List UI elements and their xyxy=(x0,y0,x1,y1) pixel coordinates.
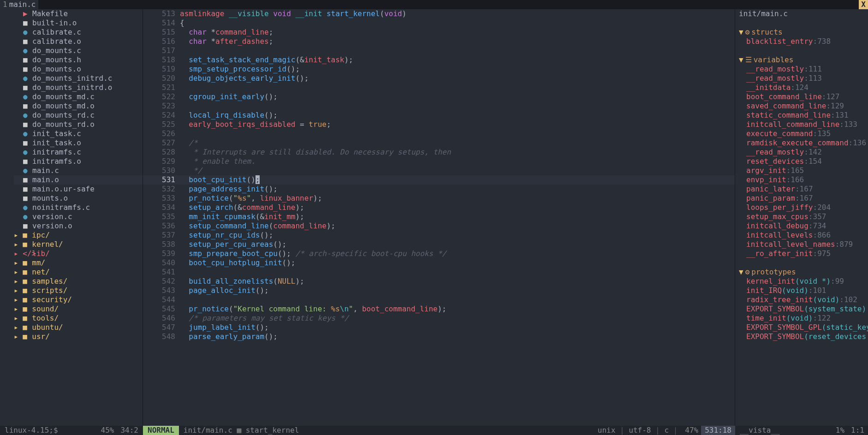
outline-section[interactable]: ▼⚙structs xyxy=(739,28,868,37)
outline-item[interactable]: initcall_levels:866 xyxy=(739,231,868,240)
file-tree-item[interactable]: ■version.o xyxy=(14,221,143,231)
code-line[interactable]: 522 cgroup_init_early(); xyxy=(143,92,735,101)
file-tree-item[interactable]: ■main.o xyxy=(14,175,143,185)
file-tree-item[interactable]: ●init_task.c xyxy=(14,129,143,138)
file-tree[interactable]: ▶Makefile■built-in.o●calibrate.c■calibra… xyxy=(0,9,143,426)
outline-item[interactable]: ramdisk_execute_command:136 xyxy=(739,138,868,148)
outline-item[interactable]: panic_param:167 xyxy=(739,194,868,203)
outline-item[interactable]: execute_command:135 xyxy=(739,129,868,138)
file-tree-item[interactable]: ●noinitramfs.c xyxy=(14,203,143,212)
file-tree-item[interactable]: ▸ ■security/ xyxy=(14,295,143,304)
code-line[interactable]: 513asmlinkage __visible void __init star… xyxy=(143,9,735,18)
outline-item[interactable]: setup_max_cpus:357 xyxy=(739,212,868,221)
file-tree-item[interactable]: ▸ ■scripts/ xyxy=(14,286,143,295)
outline-item[interactable]: initcall_debug:734 xyxy=(739,221,868,231)
outline-item[interactable]: boot_command_line:127 xyxy=(739,92,868,101)
code-line[interactable]: 523 xyxy=(143,101,735,111)
file-tree-item[interactable]: ▸ ■ipc/ xyxy=(14,231,143,240)
code-line[interactable]: 514{ xyxy=(143,18,735,28)
outline-item[interactable]: __read_mostly:111 xyxy=(739,65,868,74)
close-button[interactable]: X xyxy=(859,0,868,9)
outline-section[interactable]: ▼☰variables xyxy=(739,55,868,65)
file-tree-item[interactable]: ▸ ■net/ xyxy=(14,268,143,277)
outline-item[interactable]: argv_init:165 xyxy=(739,166,868,175)
file-tree-item[interactable]: ●initramfs.c xyxy=(14,148,143,157)
code-line[interactable]: 516 char *after_dashes; xyxy=(143,37,735,46)
outline-item[interactable]: EXPORT_SYMBOL(system_state) xyxy=(739,304,868,314)
code-line[interactable]: 515 char *command_line; xyxy=(143,28,735,37)
code-line[interactable]: 519 smp_setup_processor_id(); xyxy=(143,65,735,74)
file-tree-item[interactable]: ▸ </>lib/ xyxy=(14,249,143,258)
code-line[interactable]: 518 set_task_stack_end_magic(&init_task)… xyxy=(143,55,735,65)
code-line[interactable]: 548 parse_early_param(); xyxy=(143,332,735,341)
outline-item[interactable]: EXPORT_SYMBOL(reset_devices xyxy=(739,332,868,341)
file-tree-item[interactable]: ▸ ■tools/ xyxy=(14,314,143,323)
code-line[interactable]: 539 smp_prepare_boot_cpu(); /* arch-spec… xyxy=(143,249,735,258)
outline-panel[interactable]: init/main.c▼⚙structsblacklist_entry:738▼… xyxy=(735,9,868,426)
file-tree-item[interactable]: ■mounts.o xyxy=(14,194,143,203)
file-tree-item[interactable]: ■calibrate.o xyxy=(14,37,143,46)
outline-section[interactable]: ▼⚙prototypes xyxy=(739,268,868,277)
file-tree-item[interactable]: ■do_mounts.h xyxy=(14,55,143,65)
code-line[interactable]: 538 setup_per_cpu_areas(); xyxy=(143,240,735,249)
code-line[interactable]: 520 debug_objects_early_init(); xyxy=(143,74,735,83)
outline-item[interactable]: panic_later:167 xyxy=(739,185,868,194)
code-line[interactable]: 546 /* parameters may set static keys */ xyxy=(143,314,735,323)
code-line[interactable]: 537 setup_nr_cpu_ids(); xyxy=(143,231,735,240)
file-tree-item[interactable]: ●calibrate.c xyxy=(14,28,143,37)
code-line[interactable]: 541 xyxy=(143,268,735,277)
code-line[interactable]: 532 page_address_init(); xyxy=(143,185,735,194)
file-tree-item[interactable]: ●version.c xyxy=(14,212,143,221)
code-line[interactable]: 529 * enable them. xyxy=(143,157,735,166)
outline-item[interactable]: initcall_command_line:133 xyxy=(739,120,868,129)
outline-item[interactable]: envp_init:166 xyxy=(739,175,868,185)
code-line[interactable]: 534 setup_arch(&command_line); xyxy=(143,203,735,212)
file-tree-item[interactable]: ■do_mounts_md.o xyxy=(14,101,143,111)
code-line[interactable]: 521 xyxy=(143,83,735,92)
file-tree-item[interactable]: ●do_mounts_md.c xyxy=(14,92,143,101)
file-tree-item[interactable]: ▸ ■sound/ xyxy=(14,304,143,314)
outline-item[interactable]: time_init(void):122 xyxy=(739,314,868,323)
outline-item[interactable]: radix_tree_init(void):102 xyxy=(739,295,868,304)
file-tree-item[interactable]: ■do_mounts_rd.o xyxy=(14,120,143,129)
file-tree-item[interactable]: ▸ ■usr/ xyxy=(14,332,143,341)
code-line[interactable]: 547 jump_label_init(); xyxy=(143,323,735,332)
file-tree-item[interactable]: ▸ ■ubuntu/ xyxy=(14,323,143,332)
code-editor[interactable]: 513asmlinkage __visible void __init star… xyxy=(143,9,735,426)
code-line[interactable]: 544 xyxy=(143,295,735,304)
file-tree-item[interactable]: ●do_mounts_rd.c xyxy=(14,111,143,120)
file-tree-item[interactable]: ▸ ■kernel/ xyxy=(14,240,143,249)
file-tree-item[interactable]: ●do_mounts_initrd.c xyxy=(14,74,143,83)
code-line[interactable]: 531 boot_cpu_init(); xyxy=(143,175,735,185)
outline-item[interactable]: blacklist_entry:738 xyxy=(739,37,868,46)
file-tree-item[interactable]: ▸ ■samples/ xyxy=(14,277,143,286)
file-tree-item[interactable]: ▶Makefile xyxy=(14,9,143,18)
outline-item[interactable]: loops_per_jiffy:204 xyxy=(739,203,868,212)
file-tree-item[interactable]: ■built-in.o xyxy=(14,18,143,28)
code-line[interactable]: 530 */ xyxy=(143,166,735,175)
code-line[interactable]: 517 xyxy=(143,46,735,55)
outline-item[interactable]: kernel_init(void *):99 xyxy=(739,277,868,286)
outline-item[interactable]: __read_mostly:113 xyxy=(739,74,868,83)
outline-item[interactable]: saved_command_line:129 xyxy=(739,101,868,111)
code-line[interactable]: 526 xyxy=(143,129,735,138)
code-line[interactable]: 542 build_all_zonelists(NULL); xyxy=(143,277,735,286)
file-tree-item[interactable]: ▸ ■mm/ xyxy=(14,258,143,268)
code-line[interactable]: 535 mm_init_cpumask(&init_mm); xyxy=(143,212,735,221)
file-tree-item[interactable]: ■do_mounts.o xyxy=(14,65,143,74)
code-line[interactable]: 528 * Interrupts are still disabled. Do … xyxy=(143,148,735,157)
outline-item[interactable]: static_command_line:131 xyxy=(739,111,868,120)
outline-item[interactable]: __read_mostly:142 xyxy=(739,148,868,157)
file-tree-item[interactable]: ●main.c xyxy=(14,166,143,175)
code-line[interactable]: 545 pr_notice("Kernel command line: %s\n… xyxy=(143,304,735,314)
code-line[interactable]: 536 setup_command_line(command_line); xyxy=(143,221,735,231)
file-tree-item[interactable]: ■do_mounts_initrd.o xyxy=(14,83,143,92)
code-line[interactable]: 527 /* xyxy=(143,138,735,148)
code-line[interactable]: 543 page_alloc_init(); xyxy=(143,286,735,295)
outline-item[interactable]: initcall_level_names:879 xyxy=(739,240,868,249)
code-line[interactable]: 540 boot_cpu_hotplug_init(); xyxy=(143,258,735,268)
outline-item[interactable]: reset_devices:154 xyxy=(739,157,868,166)
file-tree-item[interactable]: ■init_task.o xyxy=(14,138,143,148)
outline-item[interactable]: init_IRQ(void):101 xyxy=(739,286,868,295)
tab-1[interactable]: 1 main.c xyxy=(0,0,38,9)
